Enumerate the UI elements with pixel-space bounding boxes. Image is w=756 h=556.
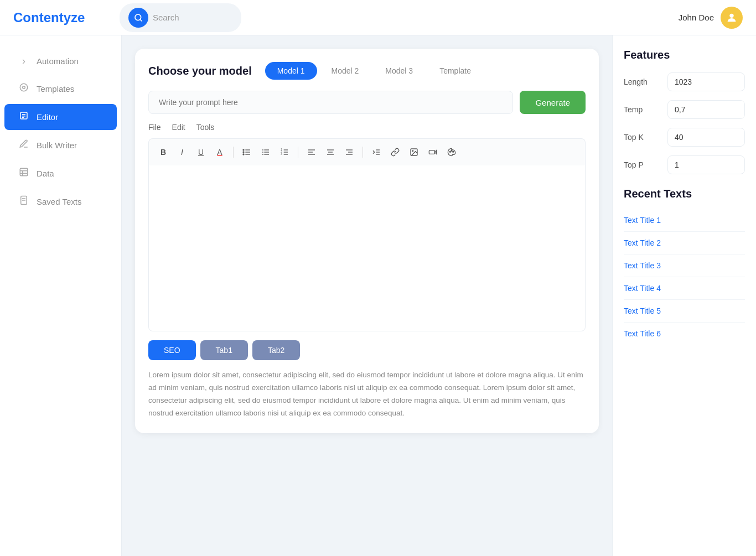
svg-text:3: 3 xyxy=(281,153,282,155)
generate-button[interactable]: Generate xyxy=(520,91,586,114)
sidebar-item-label: Saved Texts xyxy=(37,197,81,206)
main-content: Choose your model Model 1 Model 2 Model … xyxy=(122,35,612,556)
svg-point-2 xyxy=(729,13,733,17)
recent-item-6[interactable]: Text Title 6 xyxy=(624,323,745,345)
bulk-writer-icon xyxy=(18,139,30,152)
svg-point-52 xyxy=(453,151,454,152)
prompt-row: Generate xyxy=(148,91,586,114)
feature-label-topp: Top P xyxy=(624,160,651,169)
menu-file[interactable]: File xyxy=(148,123,161,132)
sidebar-item-label: Bulk Writer xyxy=(37,141,77,150)
sidebar-item-editor[interactable]: Editor xyxy=(4,104,117,130)
feature-row-temp: Temp xyxy=(624,100,745,119)
svg-line-1 xyxy=(140,19,142,21)
toolbar-underline[interactable]: U xyxy=(193,144,209,160)
feature-input-length[interactable] xyxy=(667,72,745,91)
recent-item-4[interactable]: Text Title 4 xyxy=(624,277,745,300)
toolbar: B I U A 123 xyxy=(148,138,586,165)
user-name: John Doe xyxy=(679,13,714,22)
sidebar-item-label: Templates xyxy=(37,84,74,93)
model-tab-model3[interactable]: Model 3 xyxy=(373,62,425,80)
editor-area[interactable] xyxy=(148,165,586,331)
toolbar-image[interactable] xyxy=(406,144,422,160)
toolbar-font-color[interactable]: A xyxy=(212,144,227,160)
toolbar-list-unordered[interactable] xyxy=(239,144,255,160)
editor-icon xyxy=(18,111,30,123)
model-tabs: Model 1 Model 2 Model 3 Template xyxy=(265,62,483,80)
sidebar-item-label: Data xyxy=(37,169,54,178)
toolbar-separator-3 xyxy=(363,147,363,158)
toolbar-separator-1 xyxy=(233,147,234,158)
toolbar-align-right[interactable] xyxy=(341,144,357,160)
chevron-right-icon: › xyxy=(18,55,30,67)
tab-tab1[interactable]: Tab1 xyxy=(200,340,248,360)
prompt-input[interactable] xyxy=(148,91,513,114)
svg-point-19 xyxy=(243,149,244,150)
sidebar-item-saved-texts[interactable]: Saved Texts xyxy=(4,189,117,215)
feature-label-length: Length xyxy=(624,77,651,86)
menu-tools[interactable]: Tools xyxy=(196,123,215,132)
tab-tab2[interactable]: Tab2 xyxy=(252,340,300,360)
sidebar-item-automation[interactable]: › Automation xyxy=(4,49,117,74)
logo: Contentyze xyxy=(13,10,102,25)
toolbar-italic[interactable]: I xyxy=(174,144,190,160)
recent-item-1[interactable]: Text Title 1 xyxy=(624,209,745,232)
feature-label-topk: Top K xyxy=(624,133,651,142)
recent-item-2[interactable]: Text Title 2 xyxy=(624,232,745,254)
sidebar: › Automation Templates Editor xyxy=(0,35,122,556)
feature-row-topk: Top K xyxy=(624,128,745,147)
svg-point-47 xyxy=(412,150,413,152)
toolbar-align-center[interactable] xyxy=(323,144,338,160)
search-bar[interactable]: Search xyxy=(120,3,241,32)
svg-rect-9 xyxy=(20,168,28,176)
menu-edit[interactable]: Edit xyxy=(172,123,185,132)
lorem-text: Lorem ipsum dolor sit amet, consectetur … xyxy=(148,369,586,420)
toolbar-link[interactable] xyxy=(387,144,403,160)
feature-input-topk[interactable] xyxy=(667,128,745,147)
right-panel: Features Length Temp Top K Top P Recent … xyxy=(612,35,756,556)
sidebar-item-data[interactable]: Data xyxy=(4,160,117,186)
sidebar-item-label: Editor xyxy=(37,112,58,122)
svg-point-20 xyxy=(243,152,244,153)
header: Contentyze Search John Doe xyxy=(0,0,756,35)
sidebar-item-label: Automation xyxy=(37,56,79,66)
recent-texts-title: Recent Texts xyxy=(624,188,745,200)
editor-card: Choose your model Model 1 Model 2 Model … xyxy=(135,49,599,433)
tab-seo[interactable]: SEO xyxy=(148,340,196,360)
model-tab-model1[interactable]: Model 1 xyxy=(265,62,317,80)
layout: › Automation Templates Editor xyxy=(0,35,756,556)
svg-point-3 xyxy=(20,84,28,91)
toolbar-bold[interactable]: B xyxy=(156,144,171,160)
bottom-tabs: SEO Tab1 Tab2 xyxy=(148,340,586,360)
features-title: Features xyxy=(624,49,745,61)
svg-rect-48 xyxy=(429,150,434,154)
svg-point-51 xyxy=(451,150,452,151)
sidebar-item-templates[interactable]: Templates xyxy=(4,76,117,102)
toolbar-palette[interactable] xyxy=(444,144,459,160)
search-icon[interactable] xyxy=(128,8,148,28)
toolbar-list-ordered[interactable]: 123 xyxy=(277,144,292,160)
toolbar-video[interactable] xyxy=(425,144,441,160)
templates-icon xyxy=(18,82,30,95)
model-row: Choose your model Model 1 Model 2 Model … xyxy=(148,62,586,80)
model-label: Choose your model xyxy=(148,65,252,77)
avatar[interactable] xyxy=(721,7,743,29)
feature-label-temp: Temp xyxy=(624,105,651,114)
recent-item-3[interactable]: Text Title 3 xyxy=(624,254,745,277)
menu-bar: File Edit Tools xyxy=(148,123,586,134)
model-tab-model2[interactable]: Model 2 xyxy=(319,62,371,80)
saved-texts-icon xyxy=(18,195,30,208)
feature-input-temp[interactable] xyxy=(667,100,745,119)
model-tab-template[interactable]: Template xyxy=(427,62,483,80)
toolbar-align-left[interactable] xyxy=(304,144,319,160)
toolbar-indent[interactable] xyxy=(369,144,384,160)
toolbar-list-dash[interactable] xyxy=(258,144,273,160)
lorem-content: Lorem ipsum dolor sit amet, consectetur … xyxy=(148,360,586,420)
svg-point-21 xyxy=(243,154,244,155)
sidebar-item-bulk-writer[interactable]: Bulk Writer xyxy=(4,132,117,158)
feature-row-length: Length xyxy=(624,72,745,91)
feature-input-topp[interactable] xyxy=(667,155,745,174)
toolbar-separator-2 xyxy=(298,147,298,158)
svg-point-4 xyxy=(23,86,25,89)
recent-item-5[interactable]: Text Title 5 xyxy=(624,300,745,323)
